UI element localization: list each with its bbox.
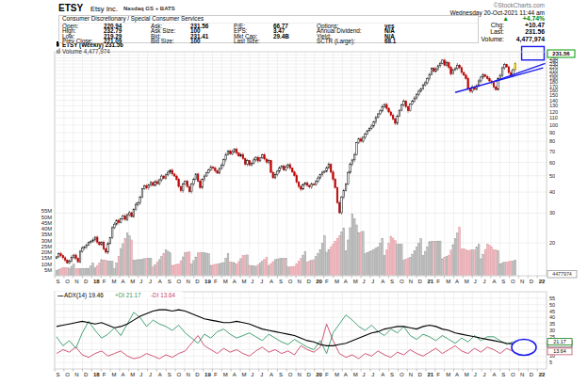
adx-convergence-ellipse[interactable] bbox=[512, 340, 536, 356]
svg-text:35M: 35M bbox=[41, 232, 52, 237]
svg-text:40: 40 bbox=[549, 189, 555, 195]
svg-text:5: 5 bbox=[549, 360, 552, 365]
svg-text:40: 40 bbox=[549, 314, 555, 320]
svg-text:M: M bbox=[446, 279, 450, 284]
volume-icon bbox=[57, 50, 58, 54]
svg-text:S: S bbox=[501, 279, 505, 284]
svg-text:20: 20 bbox=[316, 279, 322, 284]
svg-text:100: 100 bbox=[549, 122, 558, 128]
svg-text:40M: 40M bbox=[41, 226, 52, 232]
minus-di-value-box: 13.64 bbox=[547, 348, 572, 355]
svg-text:J: J bbox=[483, 372, 486, 377]
svg-text:21: 21 bbox=[427, 372, 433, 377]
svg-text:120: 120 bbox=[549, 109, 558, 115]
exchange-label: Nasdaq GS + BATS bbox=[123, 6, 175, 11]
svg-text:O: O bbox=[288, 372, 293, 377]
plus-di-legend: +DI 21.17 bbox=[115, 292, 141, 298]
svg-text:A: A bbox=[492, 279, 496, 284]
svg-text:J: J bbox=[260, 372, 263, 377]
svg-text:J: J bbox=[149, 372, 152, 377]
svg-text:N: N bbox=[186, 279, 189, 284]
svg-text:80: 80 bbox=[549, 138, 555, 144]
svg-text:18: 18 bbox=[93, 279, 100, 284]
svg-text:M: M bbox=[465, 279, 469, 284]
svg-text:D: D bbox=[530, 279, 534, 284]
adx-legend-dash-icon: — bbox=[57, 292, 64, 298]
svg-text:J: J bbox=[371, 372, 374, 377]
price-panel[interactable]: 2602502402302202102001901801701601501401… bbox=[41, 41, 577, 284]
svg-text:J: J bbox=[260, 279, 263, 284]
volume-bars bbox=[56, 214, 516, 275]
svg-text:50: 50 bbox=[549, 173, 555, 179]
svg-text:15M: 15M bbox=[41, 255, 52, 261]
svg-text:50M: 50M bbox=[41, 215, 52, 220]
svg-text:M: M bbox=[335, 372, 339, 377]
company-name: Etsy Inc. bbox=[90, 5, 118, 13]
last-label: Last: bbox=[490, 28, 504, 35]
svg-text:20: 20 bbox=[549, 240, 555, 246]
svg-text:M: M bbox=[446, 372, 450, 377]
svg-text:O: O bbox=[65, 279, 70, 284]
change-percent: +4.74% bbox=[509, 15, 545, 22]
svg-text:D: D bbox=[530, 372, 534, 377]
svg-text:S: S bbox=[168, 279, 172, 284]
chg-label: Chg: bbox=[491, 22, 504, 28]
quote-value: 100 bbox=[190, 39, 234, 44]
svg-text:90: 90 bbox=[549, 130, 555, 136]
svg-text:M: M bbox=[465, 372, 469, 377]
quote-label: Bid Size: bbox=[151, 39, 190, 44]
svg-text:D: D bbox=[306, 279, 311, 284]
svg-text:A: A bbox=[121, 372, 124, 377]
svg-text:A: A bbox=[455, 279, 459, 284]
svg-text:J: J bbox=[474, 372, 477, 377]
etsy-weekly-chart[interactable]: 2602502402302202102001901801701601501401… bbox=[0, 0, 588, 384]
svg-text:21: 21 bbox=[427, 279, 433, 284]
svg-text:A: A bbox=[381, 279, 384, 284]
quote-label: Last Size: bbox=[234, 39, 273, 44]
svg-text:M: M bbox=[335, 279, 339, 284]
volume-label: Volume: bbox=[481, 36, 504, 42]
svg-text:A: A bbox=[344, 372, 348, 377]
svg-text:60: 60 bbox=[549, 160, 555, 166]
svg-text:30: 30 bbox=[549, 328, 555, 333]
svg-text:N: N bbox=[74, 279, 78, 284]
svg-text:10M: 10M bbox=[41, 262, 52, 267]
svg-text:45: 45 bbox=[549, 309, 555, 314]
svg-text:O: O bbox=[288, 279, 293, 284]
adx-legend: ADX(14) 19.46 bbox=[64, 292, 104, 299]
svg-text:F: F bbox=[325, 279, 329, 284]
plus-di-value-box: 21.17 bbox=[547, 339, 572, 345]
svg-text:M: M bbox=[241, 279, 246, 284]
svg-text:O: O bbox=[177, 372, 182, 377]
svg-text:J: J bbox=[363, 279, 366, 284]
svg-text:S: S bbox=[57, 372, 60, 377]
svg-text:55M: 55M bbox=[41, 208, 52, 214]
quote-label: Prev Close: bbox=[62, 39, 104, 44]
stockcharts-window: ETSY Etsy Inc. Nasdaq GS + BATS ©StockCh… bbox=[0, 0, 588, 384]
svg-text:M: M bbox=[223, 372, 228, 377]
svg-text:J: J bbox=[139, 372, 142, 377]
svg-text:50: 50 bbox=[549, 302, 555, 308]
svg-text:J: J bbox=[251, 279, 253, 284]
svg-text:D: D bbox=[195, 372, 200, 377]
svg-text:M: M bbox=[223, 279, 228, 284]
svg-text:M: M bbox=[112, 279, 117, 284]
svg-text:O: O bbox=[511, 372, 515, 377]
svg-text:M: M bbox=[241, 372, 246, 377]
candlesticks bbox=[56, 58, 515, 264]
svg-text:F: F bbox=[436, 372, 440, 377]
svg-text:30: 30 bbox=[549, 210, 555, 216]
svg-text:22: 22 bbox=[539, 279, 546, 284]
quote-value bbox=[273, 39, 317, 44]
svg-text:231.56: 231.56 bbox=[552, 51, 570, 56]
svg-text:A: A bbox=[455, 372, 459, 377]
volume-legend: Volume 4,477,974 bbox=[62, 48, 110, 55]
svg-text:F: F bbox=[103, 372, 106, 377]
adx-panel[interactable]: SOND18FMAMJJASOND19FMAMJJASOND20FMAMJJAS… bbox=[55, 292, 572, 378]
svg-text:A: A bbox=[270, 372, 273, 377]
svg-text:F: F bbox=[436, 279, 440, 284]
svg-text:110: 110 bbox=[549, 115, 558, 120]
svg-text:S: S bbox=[279, 279, 283, 284]
svg-text:20: 20 bbox=[316, 372, 322, 377]
chg-value: +10.47 bbox=[509, 22, 545, 28]
